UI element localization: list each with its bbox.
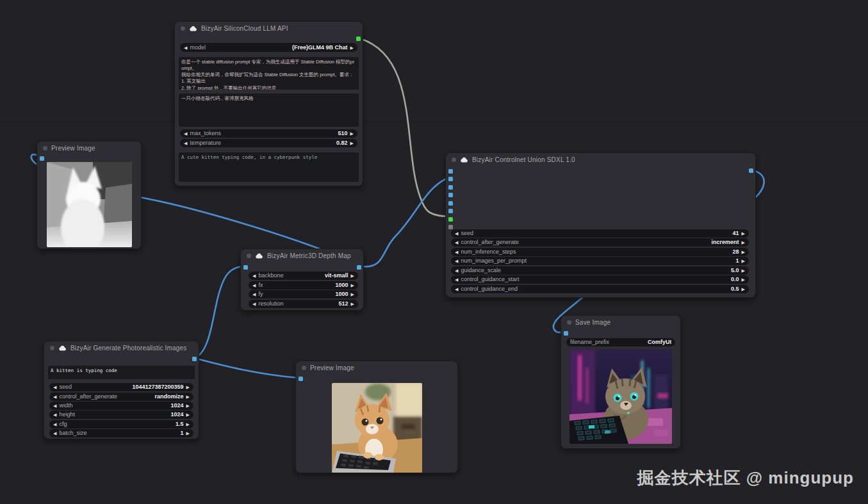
input-slot-image[interactable] (243, 265, 248, 270)
llm-result-textarea[interactable]: A cute kitten typing code, in a cyberpun… (179, 152, 359, 182)
prev-arrow-icon[interactable]: ◀ (455, 275, 458, 284)
widget-batch-size[interactable]: ◀ batch_size 1 ▶ (49, 429, 193, 437)
widget-seed[interactable]: ◀ seed 1044127387200359 ▶ (49, 383, 193, 391)
next-arrow-icon[interactable]: ▶ (186, 411, 190, 419)
widget-resolution[interactable]: ◀ resolution 512 ▶ (249, 300, 358, 308)
collapse-dot-icon[interactable] (43, 146, 47, 150)
node-generate-images[interactable]: BizyAir Generate Photorealistic Images A… (44, 341, 199, 439)
widget-control-after-generate[interactable]: ◀ control_after_generate increment ▶ (451, 238, 749, 247)
prev-arrow-icon[interactable]: ◀ (252, 300, 256, 308)
prev-arrow-icon[interactable]: ◀ (455, 238, 458, 247)
widget-control-guidance-end[interactable]: ◀ control_guidance_end 0.5 ▶ (451, 285, 749, 293)
next-arrow-icon[interactable]: ▶ (742, 266, 745, 275)
node-header[interactable]: Preview Image (37, 142, 141, 155)
prev-arrow-icon[interactable]: ◀ (184, 129, 187, 138)
node-header[interactable]: BizyAir Generate Photorealistic Images (44, 341, 199, 355)
widget-control-after-generate[interactable]: ◀ control_after_generate randomize ▶ (49, 393, 193, 401)
next-arrow-icon[interactable]: ▶ (186, 383, 190, 391)
next-arrow-icon[interactable]: ▶ (186, 393, 190, 401)
widget-temperature[interactable]: ◀ temperature 0.82 ▶ (180, 139, 357, 147)
node-controlnet[interactable]: BizyAir Controlnet Union SDXL 1.0 ◀ seed… (445, 152, 756, 298)
prev-arrow-icon[interactable]: ◀ (53, 429, 56, 437)
prev-arrow-icon[interactable]: ◀ (53, 411, 56, 419)
next-arrow-icon[interactable]: ▶ (186, 402, 190, 410)
node-header[interactable]: Preview Image (296, 361, 457, 375)
next-arrow-icon[interactable]: ▶ (351, 300, 354, 308)
prev-arrow-icon[interactable]: ◀ (252, 290, 256, 298)
output-slot-depth[interactable] (357, 265, 361, 270)
input-slot-images[interactable] (40, 156, 44, 161)
prev-arrow-icon[interactable]: ◀ (53, 420, 56, 428)
prev-arrow-icon[interactable]: ◀ (252, 272, 256, 280)
system-prompt-textarea[interactable]: 你是一个 stable diffusion prompt 专家，为我生成适用于 … (179, 57, 359, 90)
prev-arrow-icon[interactable]: ◀ (455, 266, 458, 275)
next-arrow-icon[interactable]: ▶ (351, 272, 354, 280)
widget-height[interactable]: ◀ height 1024 ▶ (49, 411, 193, 419)
next-arrow-icon[interactable]: ▶ (742, 238, 745, 247)
next-arrow-icon[interactable]: ▶ (742, 229, 745, 238)
next-arrow-icon[interactable]: ▶ (742, 257, 745, 265)
output-slot-image[interactable] (749, 168, 753, 173)
collapse-dot-icon[interactable] (50, 346, 54, 350)
input-slot-8[interactable] (448, 225, 453, 229)
input-slot-4[interactable] (448, 193, 453, 197)
widget-max-tokens[interactable]: ◀ max_tokens 510 ▶ (180, 129, 357, 138)
collapse-dot-icon[interactable] (567, 320, 571, 325)
widget-num-inference-steps[interactable]: ◀ num_inference_steps 28 ▶ (451, 248, 749, 256)
node-save-image[interactable]: Save Image filename_prefix ComfyUI (561, 315, 681, 449)
node-header[interactable]: BizyAir SiliconCloud LLM API (175, 22, 363, 35)
user-prompt-textarea[interactable]: 一只小猫在敲代码，赛博朋克风格 (179, 93, 359, 127)
node-preview-depth[interactable]: Preview Image (37, 141, 142, 249)
widget-seed[interactable]: ◀ seed 41 ▶ (451, 229, 749, 238)
prev-arrow-icon[interactable]: ◀ (53, 393, 56, 401)
widget-control-guidance-start[interactable]: ◀ control_guidance_start 0.0 ▶ (451, 275, 749, 284)
input-slot-images[interactable] (299, 377, 303, 381)
prev-arrow-icon[interactable]: ◀ (184, 139, 187, 147)
next-arrow-icon[interactable]: ▶ (350, 139, 354, 147)
collapse-dot-icon[interactable] (302, 366, 306, 370)
collapse-dot-icon[interactable] (452, 158, 456, 162)
next-arrow-icon[interactable]: ▶ (742, 275, 745, 284)
node-header[interactable]: BizyAir Controlnet Union SDXL 1.0 (446, 153, 755, 167)
widget-filename-prefix[interactable]: filename_prefix ComfyUI (566, 338, 675, 346)
output-slot-image[interactable] (192, 357, 197, 361)
next-arrow-icon[interactable]: ▶ (351, 290, 354, 298)
next-arrow-icon[interactable]: ▶ (350, 44, 354, 52)
prev-arrow-icon[interactable]: ◀ (455, 285, 458, 293)
collapse-dot-icon[interactable] (247, 254, 251, 258)
node-metric3d[interactable]: BizyAir Metric3D Depth Map ◀ backbone vi… (240, 248, 364, 311)
input-slot-prompt[interactable] (448, 217, 453, 222)
widget-width[interactable]: ◀ width 1024 ▶ (49, 402, 193, 410)
widget-num-images-per-prompt[interactable]: ◀ num_images_per_prompt 1 ▶ (451, 257, 749, 265)
widget-fy[interactable]: ◀ fy 1000 ▶ (249, 290, 358, 298)
prev-arrow-icon[interactable]: ◀ (455, 257, 458, 265)
widget-model[interactable]: ◀ model (Free)GLM4 9B Chat ▶ (180, 43, 357, 52)
input-slot-1[interactable] (448, 169, 453, 174)
prev-arrow-icon[interactable]: ◀ (455, 248, 458, 256)
prev-arrow-icon[interactable]: ◀ (53, 383, 56, 391)
next-arrow-icon[interactable]: ▶ (742, 248, 745, 256)
collapse-dot-icon[interactable] (181, 26, 185, 31)
input-slot-6[interactable] (448, 209, 453, 213)
next-arrow-icon[interactable]: ▶ (742, 285, 745, 293)
widget-guidance-scale[interactable]: ◀ guidance_scale 5.0 ▶ (451, 266, 749, 275)
node-header[interactable]: BizyAir Metric3D Depth Map (241, 249, 363, 263)
input-slot-5[interactable] (448, 201, 453, 206)
input-slot-3[interactable] (448, 185, 453, 190)
widget-backbone[interactable]: ◀ backbone vit-small ▶ (249, 272, 358, 280)
prev-arrow-icon[interactable]: ◀ (455, 229, 458, 238)
next-arrow-icon[interactable]: ▶ (186, 429, 190, 437)
next-arrow-icon[interactable]: ▶ (186, 420, 190, 428)
widget-cfg[interactable]: ◀ cfg 1.5 ▶ (49, 420, 193, 428)
next-arrow-icon[interactable]: ▶ (350, 129, 354, 138)
prev-arrow-icon[interactable]: ◀ (184, 44, 187, 52)
node-llm-api[interactable]: BizyAir SiliconCloud LLM API ◀ model (Fr… (174, 21, 363, 186)
widget-fx[interactable]: ◀ fx 1000 ▶ (249, 281, 358, 289)
node-header[interactable]: Save Image (561, 316, 680, 329)
next-arrow-icon[interactable]: ▶ (351, 281, 354, 289)
output-slot-text[interactable] (356, 37, 361, 41)
prompt-textarea[interactable]: A kitten is typing code (48, 366, 195, 379)
input-slot-images[interactable] (564, 331, 568, 336)
input-slot-2[interactable] (448, 177, 453, 181)
prev-arrow-icon[interactable]: ◀ (252, 281, 256, 289)
